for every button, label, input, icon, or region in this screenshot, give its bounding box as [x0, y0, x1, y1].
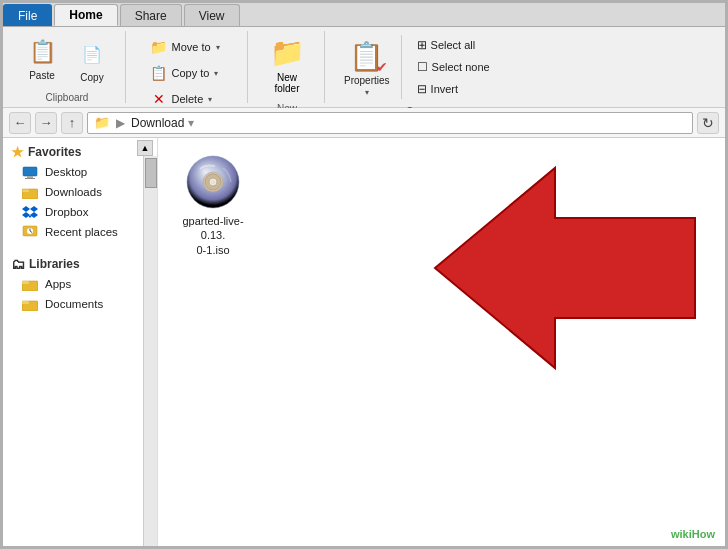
favorites-label: Favorites [28, 145, 81, 159]
invert-label: Invert [431, 83, 459, 95]
documents-label: Documents [45, 298, 103, 310]
move-to-label: Move to [172, 41, 211, 53]
apps-icon [21, 277, 39, 291]
svg-marker-6 [22, 206, 30, 212]
svg-marker-10 [28, 216, 32, 219]
svg-rect-4 [22, 189, 29, 192]
main-content: ▲ ★ Favorites Desktop [3, 138, 725, 546]
ribbon-clipboard-group: 📋 Paste 📄 Copy Clipboard [9, 31, 126, 103]
sidebar-scroll-up[interactable]: ▲ [137, 140, 153, 156]
dropbox-label: Dropbox [45, 206, 88, 218]
svg-rect-18 [22, 301, 29, 304]
wikihow-badge: wikiHow [671, 528, 715, 540]
properties-wrapper: 📋 ✔ Properties ▾ [337, 35, 397, 102]
sidebar-item-recent[interactable]: Recent places [3, 222, 157, 242]
path-dropdown-arrow: ▾ [188, 116, 194, 130]
wikihow-prefix: wiki [671, 528, 692, 540]
clipboard-group-label: Clipboard [46, 88, 89, 103]
ribbon-open-group: 📋 ✔ Properties ▾ ⊞ Select all [327, 31, 510, 103]
new-folder-button[interactable]: 📁 New folder [260, 31, 314, 99]
svg-marker-8 [22, 212, 30, 218]
dropbox-icon [21, 205, 39, 219]
file-area: gparted-live-0.13. 0-1.iso [158, 138, 725, 546]
file-item-iso[interactable]: gparted-live-0.13. 0-1.iso [168, 148, 258, 263]
sidebar-item-dropbox[interactable]: Dropbox [3, 202, 157, 222]
ribbon-new-group: 📁 New folder New [250, 31, 325, 103]
properties-dropdown: ▾ [365, 88, 369, 97]
open-buttons: 📋 ✔ Properties ▾ ⊞ Select all [337, 35, 500, 102]
delete-dropdown: ▾ [208, 95, 212, 104]
new-folder-label: New folder [274, 72, 299, 94]
downloads-icon [21, 185, 39, 199]
move-to-button[interactable]: 📁 Move to ▾ [143, 35, 233, 59]
forward-button[interactable]: → [35, 112, 57, 134]
svg-point-25 [211, 180, 216, 185]
apps-label: Apps [45, 278, 71, 290]
copy-to-button[interactable]: 📋 Copy to ▾ [143, 61, 233, 85]
address-path[interactable]: 📁 ▶ Download ▾ [87, 112, 693, 134]
libraries-section: 🗂 Libraries [3, 250, 157, 274]
sidebar-item-desktop[interactable]: Desktop [3, 162, 157, 182]
ribbon-tab-bar: File Home Share View [3, 3, 725, 27]
tab-share[interactable]: Share [120, 4, 182, 26]
copy-label: Copy [80, 72, 103, 83]
svg-marker-26 [435, 168, 695, 368]
library-icon: 🗂 [11, 256, 25, 272]
select-none-icon: ☐ [417, 60, 428, 74]
path-segment: Download [131, 116, 184, 130]
file-name: gparted-live-0.13. 0-1.iso [174, 214, 252, 257]
svg-marker-27 [435, 168, 695, 368]
select-none-label: Select none [432, 61, 490, 73]
red-arrow [425, 158, 705, 378]
svg-rect-1 [27, 176, 33, 178]
recent-label: Recent places [45, 226, 118, 238]
checkmark-icon: ✔ [376, 59, 388, 75]
svg-rect-16 [22, 281, 29, 284]
select-all-label: Select all [431, 39, 476, 51]
tab-home[interactable]: Home [54, 4, 117, 26]
select-all-button[interactable]: ⊞ Select all [410, 35, 500, 55]
cd-icon [185, 154, 241, 210]
select-all-icon: ⊞ [417, 38, 427, 52]
svg-rect-2 [25, 178, 35, 179]
new-folder-icon: 📁 [271, 36, 303, 68]
ribbon-organize-group: 📁 Move to ▾ 📋 Copy to ▾ ✕ Delete ▾ [128, 31, 248, 103]
folder-icon-inline: 📁 [94, 115, 110, 130]
ribbon: 📋 Paste 📄 Copy Clipboard 📁 Move to [3, 27, 725, 108]
paste-icon: 📋 [26, 36, 58, 68]
select-group: ⊞ Select all ☐ Select none ⊟ Invert [401, 35, 500, 99]
invert-icon: ⊟ [417, 82, 427, 96]
copy-to-label: Copy to [172, 67, 210, 79]
paste-button[interactable]: 📋 Paste [19, 31, 65, 86]
refresh-button[interactable]: ↻ [697, 112, 719, 134]
sidebar-item-apps[interactable]: Apps [3, 274, 157, 294]
sidebar-item-downloads[interactable]: Downloads [3, 182, 157, 202]
paste-label: Paste [29, 70, 55, 81]
svg-rect-0 [23, 167, 37, 176]
invert-selection-button[interactable]: ⊟ Invert [410, 79, 500, 99]
tab-view[interactable]: View [184, 4, 240, 26]
properties-label: Properties [344, 75, 390, 86]
move-to-icon: 📁 [150, 38, 168, 56]
copy-icon: 📄 [76, 38, 108, 70]
sidebar-scrollbar[interactable] [143, 156, 157, 546]
scrollbar-thumb [145, 158, 157, 188]
star-icon: ★ [11, 144, 24, 160]
clipboard-buttons: 📋 Paste 📄 Copy [19, 31, 115, 88]
desktop-icon [21, 165, 39, 179]
delete-icon: ✕ [150, 90, 168, 108]
documents-icon [21, 297, 39, 311]
copy-to-dropdown: ▾ [214, 69, 218, 78]
svg-marker-7 [30, 206, 38, 212]
recent-icon [21, 225, 39, 239]
up-button[interactable]: ↑ [61, 112, 83, 134]
tab-file[interactable]: File [3, 4, 52, 26]
properties-button[interactable]: 📋 ✔ Properties ▾ [337, 35, 397, 102]
back-button[interactable]: ← [9, 112, 31, 134]
sidebar-item-documents[interactable]: Documents [3, 294, 157, 314]
explorer-window: File Home Share View 📋 Paste 📄 Copy [0, 0, 728, 549]
downloads-label: Downloads [45, 186, 102, 198]
select-none-button[interactable]: ☐ Select none [410, 57, 500, 77]
copy-button[interactable]: 📄 Copy [69, 33, 115, 88]
favorites-section: ★ Favorites [3, 138, 157, 162]
